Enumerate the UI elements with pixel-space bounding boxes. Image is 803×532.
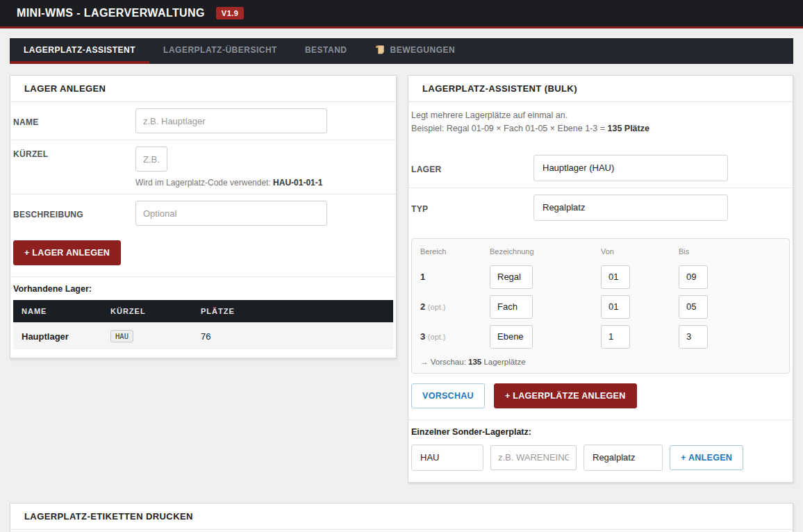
bezeichnung-3-input[interactable] bbox=[490, 325, 533, 349]
bulk-description: Legt mehrere Lagerplätze auf einmal an. … bbox=[408, 102, 793, 149]
tab-label: BESTAND bbox=[305, 45, 347, 55]
col-kuerzel: KÜRZEL bbox=[102, 300, 192, 323]
desc-line2: Beispiel: Regal 01-09 × Fach 01-05 × Ebe… bbox=[411, 124, 607, 133]
vorhandene-lager-heading: Vorhandene Lager: bbox=[10, 277, 396, 300]
kuerzel-hint: Wird im Lagerplatz-Code verwendet: HAU-0… bbox=[135, 178, 393, 188]
bis-2-input[interactable] bbox=[679, 295, 708, 319]
sonder-lagerplatz-row: HAU Regalplatz + ANLEGEN bbox=[408, 443, 793, 482]
bereich-2-label: 2 (opt.) bbox=[420, 301, 490, 312]
desc-line2-bold: 135 Plätze bbox=[607, 124, 649, 133]
lager-anlegen-button[interactable]: + LAGER ANLEGEN bbox=[13, 240, 121, 265]
col-bereich: Bereich bbox=[420, 247, 490, 261]
bulk-actions: VORSCHAU + LAGERPLÄTZE ANLEGEN bbox=[408, 374, 793, 419]
vorschau-count: 135 bbox=[468, 358, 481, 366]
etiketten-panel: LAGERPLATZ-ETIKETTEN DRUCKEN Etiketten m… bbox=[10, 503, 793, 532]
vorhandene-lager-table: NAME KÜRZEL PLÄTZE Hauptlager HAU 76 bbox=[13, 300, 393, 349]
tab-bestand[interactable]: BESTAND bbox=[291, 38, 361, 64]
bereich-num: 2 bbox=[420, 301, 425, 312]
typ-label: TYP bbox=[411, 201, 533, 214]
name-label: NAME bbox=[13, 115, 135, 127]
name-input[interactable] bbox=[135, 108, 327, 133]
lager-select[interactable]: Hauptlager (HAU) bbox=[533, 155, 728, 181]
sonder-lager-select[interactable]: HAU bbox=[411, 444, 483, 471]
bulk-range-box: Bereich Bezeichnung Von Bis 1 2 (opt.) bbox=[411, 238, 790, 374]
kuerzel-input[interactable] bbox=[135, 147, 167, 172]
kuerzel-badge: HAU bbox=[110, 330, 133, 342]
bereich-opt: (opt.) bbox=[428, 333, 446, 341]
col-bis: Bis bbox=[679, 247, 781, 261]
vorschau-line: → Vorschau: 135 Lagerplätze bbox=[420, 358, 781, 366]
vorschau-prefix: → Vorschau: bbox=[420, 358, 468, 366]
tab-lagerplatz-assistent[interactable]: LAGERPLATZ-ASSISTENT bbox=[10, 38, 149, 64]
bezeichnung-2-input[interactable] bbox=[490, 295, 533, 319]
kuerzel-row: KÜRZEL Wird im Lagerplatz-Code verwendet… bbox=[10, 140, 396, 194]
vorschau-button[interactable]: VORSCHAU bbox=[411, 383, 485, 408]
lager-label: LAGER bbox=[411, 162, 533, 174]
bezeichnung-1-input[interactable] bbox=[490, 265, 533, 289]
bereich-1-label: 1 bbox=[420, 272, 490, 282]
bis-3-input[interactable] bbox=[679, 325, 708, 349]
panel-title: LAGER ANLEGEN bbox=[10, 76, 396, 102]
tab-bewegungen[interactable]: BEWEGUNGEN bbox=[361, 38, 470, 64]
bulk-assistent-panel: LAGERPLATZ-ASSISTENT (BULK) Legt mehrere… bbox=[408, 75, 793, 483]
app-header: MINI-WMS - LAGERVERWALTUNG V1.9 bbox=[0, 0, 803, 28]
tab-label: LAGERPLATZ-ÜBERSICHT bbox=[163, 45, 277, 55]
lager-anlegen-panel: LAGER ANLEGEN NAME KÜRZEL Wird im Lagerp… bbox=[10, 75, 397, 358]
tab-lagerplatz-uebersicht[interactable]: LAGERPLATZ-ÜBERSICHT bbox=[149, 38, 291, 64]
lager-row: LAGER Hauptlager (HAU) bbox=[408, 149, 793, 188]
submit-row: + LAGER ANLEGEN bbox=[10, 232, 396, 276]
name-row: NAME bbox=[10, 102, 396, 140]
beschreibung-label: BESCHREIBUNG bbox=[13, 207, 135, 219]
app-title: MINI-WMS - LAGERVERWALTUNG bbox=[17, 7, 205, 19]
col-plaetze: PLÄTZE bbox=[192, 300, 393, 323]
sonder-code-input[interactable] bbox=[490, 445, 577, 470]
sonder-typ-select[interactable]: Regalplatz bbox=[583, 444, 663, 471]
cell-name: Hauptlager bbox=[13, 323, 102, 350]
table-header-row: NAME KÜRZEL PLÄTZE bbox=[13, 300, 393, 323]
tab-label: BEWEGUNGEN bbox=[390, 45, 456, 55]
beschreibung-input[interactable] bbox=[135, 201, 327, 226]
cell-plaetze: 76 bbox=[192, 323, 393, 350]
sonder-lagerplatz-heading: Einzelner Sonder-Lagerplatz: bbox=[408, 420, 793, 443]
lagerplaetze-anlegen-button[interactable]: + LAGERPLÄTZE ANLEGEN bbox=[494, 383, 637, 408]
sonder-anlegen-button[interactable]: + ANLEGEN bbox=[670, 445, 743, 470]
typ-select[interactable]: Regalplatz bbox=[533, 194, 728, 221]
col-von: Von bbox=[601, 247, 679, 261]
bereich-3-label: 3 (opt.) bbox=[420, 331, 490, 342]
table-row[interactable]: Hauptlager HAU 76 bbox=[13, 323, 393, 350]
scroll-icon bbox=[375, 44, 386, 55]
hint-text: Wird im Lagerplatz-Code verwendet: bbox=[135, 178, 273, 188]
von-1-input[interactable] bbox=[601, 265, 630, 289]
kuerzel-label: KÜRZEL bbox=[13, 147, 135, 159]
bereich-opt: (opt.) bbox=[428, 303, 446, 311]
cell-kuerzel: HAU bbox=[102, 323, 192, 350]
desc-line1: Legt mehrere Lagerplätze auf einmal an. bbox=[411, 110, 568, 120]
hint-code: HAU-01-01-1 bbox=[273, 178, 322, 188]
vorschau-suffix: Lagerplätze bbox=[481, 358, 525, 366]
beschreibung-row: BESCHREIBUNG bbox=[10, 194, 396, 232]
panel-title: LAGERPLATZ-ETIKETTEN DRUCKEN bbox=[10, 504, 793, 530]
col-bezeichnung: Bezeichnung bbox=[490, 247, 601, 261]
bis-1-input[interactable] bbox=[679, 265, 708, 289]
main-tabbar: LAGERPLATZ-ASSISTENT LAGERPLATZ-ÜBERSICH… bbox=[10, 38, 793, 64]
panel-title: LAGERPLATZ-ASSISTENT (BULK) bbox=[408, 76, 793, 102]
von-2-input[interactable] bbox=[601, 295, 630, 319]
tab-label: LAGERPLATZ-ASSISTENT bbox=[24, 45, 135, 55]
von-3-input[interactable] bbox=[601, 325, 630, 349]
col-name: NAME bbox=[13, 300, 102, 323]
typ-row: TYP Regalplatz bbox=[408, 188, 793, 227]
bereich-num: 3 bbox=[420, 331, 425, 342]
bereich-num: 1 bbox=[420, 272, 425, 282]
version-badge: V1.9 bbox=[216, 7, 245, 19]
